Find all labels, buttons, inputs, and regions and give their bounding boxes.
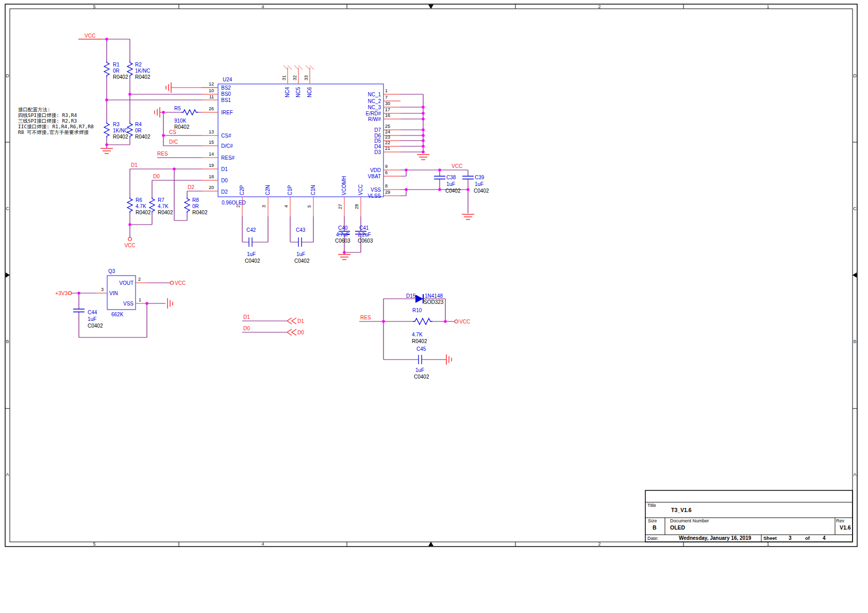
ic-u24[interactable]: U24 0.96OLED 12 10 11 26 13 15 14 19 18 … (209, 65, 390, 209)
capacitor-c45[interactable]: C45 1uF C0402 (414, 346, 429, 380)
part-footprint: C0402 (88, 323, 103, 329)
net-label-d1[interactable]: D1 (131, 162, 138, 168)
ic-ref: U24 (223, 77, 232, 82)
grid-col-label: 2 (598, 4, 600, 9)
part-footprint: R0402 (135, 134, 151, 140)
title-block: Title T3_V1.6 Size B Document Number OLE… (645, 490, 853, 542)
offpage-connector-d0[interactable]: D0 D0 (243, 326, 304, 335)
pin-name: D/C# (221, 143, 233, 149)
part-footprint: R0402 (113, 74, 128, 80)
note-line: 三线SPI接口焊接: R2,R3 (18, 118, 77, 124)
net-label-d2[interactable]: D2 (188, 184, 194, 190)
pin-name: BS0 (221, 91, 231, 97)
regulator-q3[interactable]: Q3 VOUT VIN VSS 2 3 1 662K (101, 268, 141, 317)
vcc-port-icon (455, 320, 458, 323)
capacitor-c38[interactable]: C38 1uF C0402 (434, 175, 461, 194)
net-label-res[interactable]: RES (360, 315, 371, 320)
part-footprint: R0402 (412, 338, 427, 344)
pin-name: D3 (374, 149, 381, 155)
net-label-vcc[interactable]: VCC (85, 33, 95, 39)
net-label-cs[interactable]: CS (169, 129, 176, 135)
capacitor-c42[interactable]: C42 1uF C0402 (245, 227, 260, 264)
note-line: 接口配置方法: (18, 107, 51, 112)
pin-number: 22 (385, 140, 390, 145)
part-ref: R7 (158, 197, 164, 203)
gnd-bar-icon (166, 82, 171, 93)
part-ref: R10 (412, 308, 422, 313)
pin-number: 26 (209, 106, 214, 111)
capacitor-c40[interactable]: C40 4.7uF C0603 (335, 225, 350, 244)
capacitor-c39[interactable]: C39 1uF C0402 (462, 175, 489, 194)
part-value: 4.7uF (336, 232, 349, 237)
grid-row-label: A (6, 472, 9, 477)
part-value: 1uF (415, 367, 424, 373)
resistor-r3[interactable]: R3 1K/NC R0402 (104, 122, 128, 140)
pin-name: D4 (374, 144, 381, 149)
capacitor-c43[interactable]: C43 1uF C0402 (294, 227, 310, 264)
pin-number: 3 (261, 205, 266, 208)
date-value: Wednesday, January 16, 2019 (679, 535, 752, 541)
note-line: 四线SPI接口焊接: R3,R4 (18, 112, 77, 118)
grid-row-label: A (853, 472, 856, 477)
part-footprint: R0402 (113, 134, 128, 140)
size-value: B (653, 524, 657, 531)
pin-number: 5 (307, 205, 312, 208)
grid-col-label: 2 (598, 541, 600, 547)
resistor-r2[interactable]: R2 1K/NC R0402 (127, 61, 151, 80)
pin-name: D2 (221, 189, 228, 195)
part-value: 0R (192, 203, 199, 209)
part-value: 1uF (247, 251, 256, 257)
resistor-r8[interactable]: R8 0R R0402 (185, 197, 208, 215)
pin-name: C1N (310, 185, 316, 195)
pin-name: NC_1 (368, 92, 381, 97)
net-label-res[interactable]: RES (157, 151, 168, 157)
resistor-r4[interactable]: R4 0R R0402 (127, 122, 151, 140)
pin-number: 18 (209, 174, 214, 179)
part-ref: C42 (246, 227, 256, 233)
schematic-sheet: 5 4 3 2 1 5 4 3 2 1 D C B A D C B A Titl… (0, 0, 868, 613)
capacitor-c41[interactable]: C41 2.2uF C0603 (355, 225, 373, 244)
part-value: 1K/NC (135, 68, 150, 74)
pin-number: 8 (385, 183, 388, 189)
part-footprint: C0603 (335, 238, 350, 244)
resistor-r10[interactable]: R10 4.7K R0402 (412, 308, 432, 344)
grid-col-label: 4 (261, 541, 264, 547)
part-value: 662K (111, 312, 124, 317)
net-labels[interactable]: CS D/C RES D1 D0 D2 RES (131, 129, 371, 320)
grid-row-label: B (6, 339, 9, 344)
net-label-vcc[interactable]: VCC (459, 319, 470, 325)
grid-col-label: 3 (429, 541, 432, 547)
pin-name: VLSS (368, 193, 381, 199)
part-value: 4.7K (412, 332, 423, 337)
diode-icon (415, 295, 423, 303)
offpage-label-d0[interactable]: D0 (297, 330, 304, 335)
offpage-label-d1[interactable]: D1 (297, 318, 304, 324)
capacitor-c44[interactable]: C44 1uF C0402 (73, 309, 103, 329)
pin-number: 24 (385, 129, 390, 134)
pin-number: 13 (209, 129, 214, 134)
gnd-earth-icon (338, 254, 350, 260)
pin-name: NC6 (307, 87, 312, 97)
resistor-r7[interactable]: R7 4.7K R0402 (149, 197, 173, 215)
pin-number: 33 (304, 75, 309, 80)
vcc-port-icon (128, 237, 131, 241)
pin-name: BS2 (221, 85, 231, 91)
gnd-bar-icon (446, 354, 452, 365)
notes-block: 接口配置方法: 四线SPI接口焊接: R3,R4 三线SPI接口焊接: R2,R… (18, 107, 94, 135)
net-label-3v3[interactable]: +3V3 (55, 291, 68, 296)
pin-number: 23 (385, 134, 390, 140)
part-footprint: R0402 (136, 210, 151, 215)
net-label-dc[interactable]: D/C (169, 139, 178, 145)
net-label-d0[interactable]: D0 (153, 174, 160, 179)
resistor-r1[interactable]: R1 0R R0402 (104, 61, 128, 80)
resistor-r5[interactable]: R5 910K R0402 (174, 106, 198, 130)
offpage-connector-d1[interactable]: D1 D1 (243, 314, 304, 324)
pin-number: 12 (209, 81, 214, 87)
net-label-vcc[interactable]: VCC (175, 280, 186, 286)
net-label-d0[interactable]: D0 (243, 326, 250, 331)
net-label-vcc[interactable]: VCC (452, 163, 462, 169)
part-value: 0R (113, 68, 120, 74)
net-label-d1[interactable]: D1 (243, 314, 250, 320)
resistor-r6[interactable]: R6 4.7K R0402 (127, 197, 151, 215)
net-label-vcc[interactable]: VCC (124, 243, 135, 248)
